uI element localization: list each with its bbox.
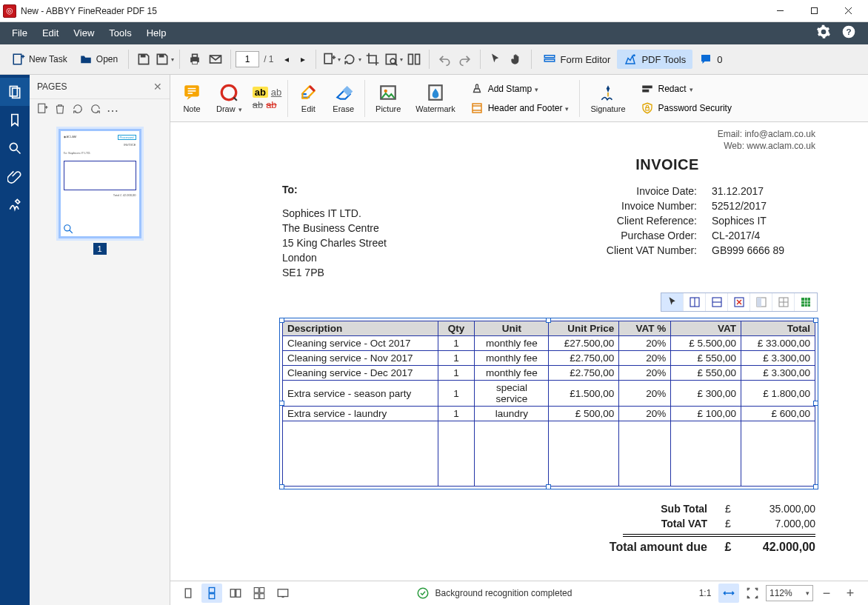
- undo-button[interactable]: [434, 49, 455, 70]
- resize-handle-lc[interactable]: [279, 401, 284, 406]
- tbl-pointer-button[interactable]: [661, 293, 684, 311]
- strike-red-tool[interactable]: ab: [266, 99, 276, 110]
- signature-tool[interactable]: Signature: [583, 81, 632, 115]
- invoice-table-selection[interactable]: DescriptionQtyUnitUnit PriceVAT %VATTota…: [282, 321, 815, 487]
- new-task-button[interactable]: New Task: [6, 47, 73, 71]
- view-two-continuous-button[interactable]: [249, 584, 270, 603]
- thumb-add-icon[interactable]: [36, 102, 49, 118]
- close-button[interactable]: [831, 0, 865, 22]
- save-as-button[interactable]: [154, 49, 175, 70]
- view-fullscreen-button[interactable]: [273, 584, 293, 603]
- redo-button[interactable]: [455, 49, 475, 70]
- resize-handle-tr[interactable]: [813, 318, 818, 323]
- doc-email: Email: info@aclam.co.uk: [193, 128, 815, 140]
- view-single-button[interactable]: [178, 584, 198, 603]
- form-editor-button[interactable]: Form Editor: [536, 50, 618, 69]
- zoom-out-button[interactable]: −: [816, 584, 837, 603]
- prev-page-button[interactable]: ◂: [278, 49, 295, 70]
- rail-signatures-button[interactable]: [0, 190, 30, 218]
- tbl-add-vsplit-button[interactable]: [684, 293, 706, 311]
- thumb-delete-icon[interactable]: [53, 102, 67, 118]
- view-two-page-button[interactable]: [225, 584, 246, 603]
- rotate-button[interactable]: [341, 49, 362, 70]
- print-button[interactable]: [184, 49, 205, 70]
- svg-point-42: [384, 90, 387, 93]
- totals-block: Sub Total£35.000,00 Total VAT£7.000,00 T…: [193, 501, 815, 555]
- zoom-actual-button[interactable]: 1:1: [695, 584, 715, 603]
- underline-tool[interactable]: ab: [271, 87, 281, 98]
- password-button[interactable]: Password Security: [638, 99, 735, 117]
- rail-bookmarks-button[interactable]: [0, 106, 30, 134]
- svg-rect-22: [415, 54, 419, 64]
- tbl-remove-split-button[interactable]: [728, 293, 750, 311]
- pages-panel-close-icon[interactable]: ✕: [153, 81, 162, 93]
- svg-rect-9: [141, 54, 146, 57]
- menu-help[interactable]: Help: [139, 22, 174, 44]
- settings-icon[interactable]: [816, 24, 831, 42]
- resize-handle-bl[interactable]: [279, 484, 284, 489]
- zoom-fit-page-button[interactable]: [742, 584, 763, 603]
- header-footer-button[interactable]: Header and Footer: [467, 99, 572, 117]
- watermark-tool[interactable]: Watermark: [408, 81, 462, 115]
- menu-file[interactable]: File: [4, 22, 35, 44]
- minimize-button[interactable]: [763, 0, 797, 22]
- save-button[interactable]: [133, 49, 154, 70]
- left-rail: [0, 75, 30, 605]
- rail-attachments-button[interactable]: [0, 162, 30, 190]
- draw-tool[interactable]: Draw: [209, 81, 250, 115]
- maximize-button[interactable]: [797, 0, 831, 22]
- menu-edit[interactable]: Edit: [35, 22, 66, 44]
- resize-handle-br[interactable]: [813, 484, 818, 489]
- edit-tool[interactable]: Edit: [291, 81, 325, 115]
- view-continuous-button[interactable]: [201, 584, 222, 603]
- split-button[interactable]: [404, 49, 424, 70]
- header-footer-label: Header and Footer: [488, 103, 570, 113]
- thumb-rotate-ccw-icon[interactable]: [71, 102, 84, 118]
- resize-handle-rc[interactable]: [813, 401, 818, 406]
- picture-tool[interactable]: Picture: [368, 81, 408, 115]
- open-button[interactable]: Open: [73, 47, 124, 71]
- zoom-fit-width-button[interactable]: [718, 584, 739, 603]
- next-page-button[interactable]: ▸: [295, 49, 311, 70]
- highlight-tool[interactable]: ab: [253, 87, 268, 98]
- open-label: Open: [96, 54, 118, 64]
- document-viewer[interactable]: Email: info@aclam.co.uk Web: www.aclam.c…: [170, 122, 868, 581]
- page-number-input[interactable]: [236, 51, 259, 67]
- strike-tool[interactable]: ab: [253, 99, 263, 110]
- svg-rect-74: [260, 588, 264, 593]
- help-icon[interactable]: ?: [841, 24, 856, 42]
- tbl-add-hsplit-button[interactable]: [706, 293, 728, 311]
- thumb-rotate-cw-icon[interactable]: [89, 102, 102, 118]
- resize-handle-tl[interactable]: [279, 318, 284, 323]
- tbl-analyze-button[interactable]: [795, 293, 817, 311]
- page-thumbnail-1[interactable]: ◆ ACLAMProcessed INVOICE To: Sophices IT…: [59, 129, 141, 238]
- pointer-tool-button[interactable]: [485, 49, 506, 70]
- resize-handle-tc[interactable]: [546, 318, 551, 323]
- add-stamp-button[interactable]: Add Stamp: [467, 80, 572, 98]
- zoom-in-button[interactable]: +: [840, 584, 861, 603]
- tbl-merge-button[interactable]: [750, 293, 772, 311]
- email-button[interactable]: [205, 49, 226, 70]
- comments-button[interactable]: 0: [692, 50, 729, 69]
- tbl-split-cell-button[interactable]: [772, 293, 795, 311]
- add-page-button[interactable]: [321, 49, 341, 70]
- rail-pages-button[interactable]: [0, 78, 30, 106]
- recognize-button[interactable]: [383, 49, 404, 70]
- thumb-more-icon[interactable]: ⋯: [107, 104, 120, 118]
- svg-rect-70: [209, 594, 215, 599]
- svg-rect-75: [254, 594, 258, 599]
- signature-label: Signature: [590, 104, 625, 113]
- erase-tool[interactable]: Erase: [325, 81, 361, 115]
- table-header: Total: [741, 321, 815, 336]
- pdf-tools-button[interactable]: PDF Tools: [617, 50, 692, 69]
- zoom-select[interactable]: 112%: [766, 585, 813, 601]
- note-tool[interactable]: Note: [175, 81, 209, 115]
- hand-tool-button[interactable]: [506, 49, 527, 70]
- menu-tools[interactable]: Tools: [101, 22, 138, 44]
- rail-search-button[interactable]: [0, 134, 30, 162]
- menu-view[interactable]: View: [66, 22, 101, 44]
- redact-button[interactable]: Redact: [638, 80, 735, 98]
- crop-button[interactable]: [362, 49, 383, 70]
- resize-handle-bc[interactable]: [546, 484, 551, 489]
- titlebar: ◎ New - ABBYY FineReader PDF 15: [0, 0, 868, 22]
